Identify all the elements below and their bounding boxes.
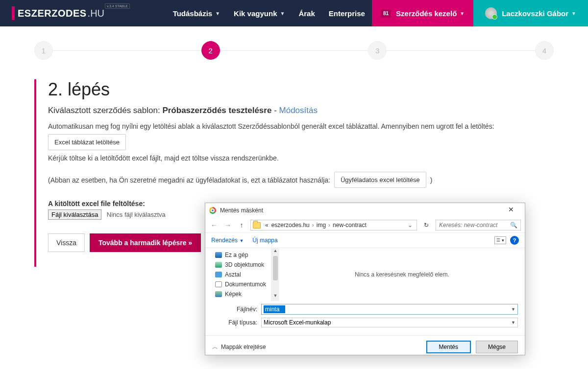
desktop-icon [215, 272, 222, 277]
path-segment[interactable]: eszerzodes.hu [270, 222, 311, 229]
nav-enterprise[interactable]: Enterprise [322, 0, 372, 26]
save-as-dialog: Mentés másként ✕ ← → ↑ « eszerzodes.hu ›… [205, 203, 525, 355]
avatar [485, 7, 497, 19]
filetype-combo[interactable]: ▼ [261, 318, 518, 327]
logo-suffix: .HU [88, 8, 104, 19]
chevron-down-icon[interactable]: ▼ [511, 320, 515, 325]
new-folder-button[interactable]: Új mappa [252, 237, 277, 244]
pc-icon [215, 252, 222, 258]
caret-down-icon: ▼ [460, 11, 465, 16]
step-1[interactable]: 1 [34, 41, 53, 60]
info-paragraph: ) [430, 176, 433, 184]
help-icon[interactable]: ? [510, 236, 519, 245]
template-name: Próbaszerződés tesztelésre [162, 106, 271, 115]
cancel-button[interactable]: Mégse [476, 341, 518, 353]
tree-label: 3D objektumok [225, 261, 264, 268]
dialog-toolbar: Rendezés ▼ Új mappa ☰ ▾ ? [205, 233, 525, 248]
tree-item-desktop[interactable]: Asztal [205, 270, 271, 279]
dialog-navbar: ← → ↑ « eszerzodes.hu › img › new-contra… [205, 218, 525, 233]
up-arrow-icon[interactable]: ↑ [237, 221, 246, 229]
hide-folders-toggle[interactable]: ︿ Mappák elrejtése [212, 343, 266, 351]
step-4[interactable]: 4 [535, 41, 554, 60]
refresh-icon[interactable]: ↻ [421, 222, 432, 229]
nav-label: Tudásbázis [173, 9, 213, 18]
tree-item-documents[interactable]: Dokumentumok [205, 279, 271, 289]
file-list-empty: Nincs a keresésnek megfelelő elem. [279, 248, 525, 301]
filetype-input[interactable] [264, 319, 511, 326]
nav-about[interactable]: Kik vagyunk ▼ [227, 0, 292, 26]
file-choose-button[interactable]: Fájl kiválasztása [48, 209, 101, 220]
tree-label: Dokumentumok [225, 281, 266, 288]
download-excel-button[interactable]: Excel táblázat letöltése [48, 134, 126, 150]
step-line [387, 50, 535, 51]
nav-label: Kik vagyunk [234, 9, 277, 18]
close-button[interactable]: ✕ [501, 206, 521, 215]
pictures-icon [215, 291, 222, 297]
view-mode-button[interactable]: ☰ ▾ [494, 236, 506, 244]
info-paragraph: Automatikusan meg fog nyílni egy letölté… [48, 122, 554, 130]
cube-icon [215, 262, 222, 268]
nav-label: Enterprise [329, 9, 365, 18]
document-icon [215, 281, 222, 287]
nav-pricing[interactable]: Árak [292, 0, 321, 26]
nav-label: Szerződés kezelő [396, 9, 457, 18]
search-input[interactable] [439, 222, 510, 229]
dialog-body: Ez a gép 3D objektumok Asztal Dokumentum… [205, 248, 525, 301]
filename-combo[interactable]: ▼ [261, 304, 518, 315]
folder-icon [253, 222, 261, 229]
filename-input[interactable] [264, 305, 285, 313]
nav-contract-manager[interactable]: 81 Szerződés kezelő ▼ [372, 0, 473, 26]
stepper: 1 2 3 4 [0, 26, 588, 74]
caret-down-icon: ▼ [571, 11, 576, 16]
tree-label: Ez a gép [225, 252, 248, 258]
caret-down-icon: ▼ [215, 11, 220, 16]
tree-item-3d[interactable]: 3D objektumok [205, 260, 271, 270]
info-paragraph: Kérjük töltse ki a letöltődött excel fáj… [48, 154, 554, 162]
path-segment[interactable]: img [315, 222, 327, 229]
header: ESZERZODES .HU v.3.4 STABLE Tudásbázis ▼… [0, 0, 588, 26]
scroll-thumb[interactable] [273, 256, 278, 280]
hide-folders-label: Mappák elrejtése [221, 344, 266, 350]
filename-label: Fájlnév: [212, 306, 261, 313]
scrollbar[interactable]: ▲ ▼ [271, 248, 279, 301]
back-button[interactable]: Vissza [48, 233, 85, 252]
dialog-footer: ︿ Mappák elrejtése Mentés Mégse [205, 335, 525, 353]
scroll-up-icon[interactable]: ▲ [271, 248, 279, 256]
path-prefix[interactable]: « [264, 222, 270, 229]
forward-arrow-icon: → [223, 221, 233, 229]
tree-item-this-pc[interactable]: Ez a gép [205, 250, 271, 260]
dialog-titlebar: Mentés másként ✕ [205, 203, 525, 218]
step-title: 2. lépés [48, 79, 554, 100]
user-name: Laczkovszki Gábor [502, 9, 568, 18]
path-segment[interactable]: new-contract [331, 222, 368, 229]
step-3[interactable]: 3 [368, 41, 387, 60]
save-button[interactable]: Mentés [426, 341, 471, 353]
logo-accent [12, 6, 15, 20]
path-dropdown-icon[interactable]: ⌄ [406, 222, 415, 229]
chevron-down-icon[interactable]: ▼ [511, 307, 515, 312]
next-button[interactable]: Tovább a harmadik lépésre » [90, 233, 201, 252]
subtitle-prefix: Kiválasztott szerződés sablon: [48, 106, 162, 115]
step-subtitle: Kiválasztott szerződés sablon: Próbaszer… [48, 106, 554, 115]
organize-menu[interactable]: Rendezés ▼ [211, 237, 244, 244]
dialog-title: Mentés másként [220, 207, 263, 214]
path-bar[interactable]: « eszerzodes.hu › img › new-contract ⌄ [250, 220, 417, 231]
scroll-down-icon[interactable]: ▼ [271, 293, 279, 301]
modify-link[interactable]: Módosítás [279, 106, 318, 115]
logo[interactable]: ESZERZODES .HU v.3.4 STABLE [12, 6, 104, 20]
tree-item-pictures[interactable]: Képek [205, 289, 271, 299]
back-arrow-icon[interactable]: ← [209, 221, 219, 229]
chevron-right-icon: › [327, 222, 331, 229]
chevron-up-icon: ︿ [212, 343, 218, 351]
notification-badge: 81 [381, 9, 391, 18]
step-line [53, 50, 201, 51]
download-customer-excel-button[interactable]: Ügyféladatos excel letöltése [334, 172, 426, 188]
dialog-fields: Fájlnév: ▼ Fájl típusa: ▼ [205, 301, 525, 333]
step-2[interactable]: 2 [201, 41, 220, 60]
nav-user-menu[interactable]: Laczkovszki Gábor ▼ [473, 0, 588, 26]
search-icon: 🔍 [510, 222, 517, 229]
search-box[interactable]: 🔍 [436, 220, 521, 231]
nav-label: Árak [298, 9, 315, 18]
chevron-right-icon: › [311, 222, 315, 229]
nav-knowledgebase[interactable]: Tudásbázis ▼ [166, 0, 227, 26]
